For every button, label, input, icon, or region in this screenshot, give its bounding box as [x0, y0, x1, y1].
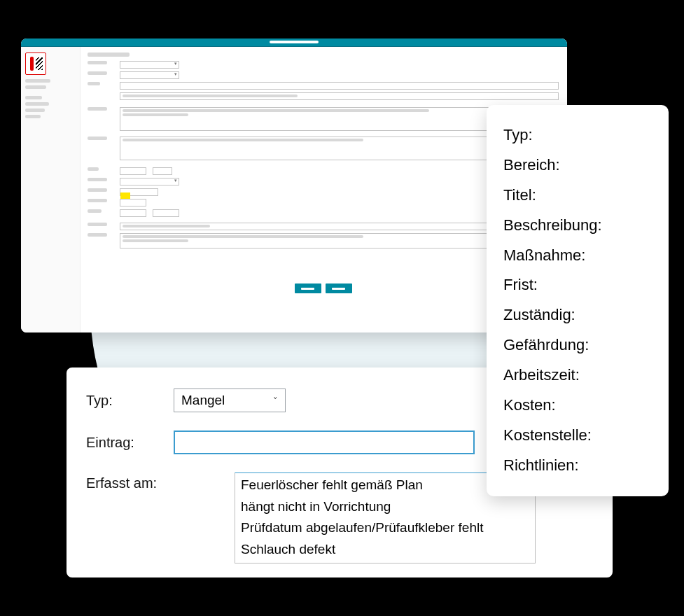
sidebar-item[interactable] — [25, 79, 50, 83]
label-item: Frist: — [503, 270, 652, 300]
yellow-status-icon — [120, 192, 130, 199]
label-item: Gefährdung: — [503, 330, 652, 360]
sidebar — [21, 47, 81, 332]
form-card-top — [21, 38, 567, 332]
eintrag-label: Eintrag: — [86, 435, 160, 451]
sidebar-item[interactable] — [25, 96, 42, 99]
erfasst-label: Erfasst am: — [86, 475, 160, 491]
small-input[interactable] — [120, 167, 146, 175]
sidebar-item[interactable] — [25, 115, 41, 118]
small-input[interactable] — [153, 167, 172, 175]
typ-label: Typ: — [86, 393, 160, 409]
chevron-down-icon: ˅ — [273, 396, 278, 406]
labels-card: Typ: Bereich: Titel: Beschreibung: Maßna… — [487, 105, 669, 496]
select-field[interactable] — [120, 61, 179, 69]
select-field[interactable] — [120, 178, 179, 186]
label-item: Bereich: — [503, 150, 652, 181]
select-field[interactable] — [120, 71, 179, 79]
label-item: Maßnahme: — [503, 241, 652, 271]
dropdown-option[interactable]: hängt nicht in Vorrichtung — [239, 496, 531, 518]
window-titlebar — [21, 38, 567, 47]
label-item: Zuständig: — [503, 300, 652, 330]
save-button[interactable] — [295, 284, 321, 293]
label-item: Kosten: — [503, 391, 652, 421]
label-item: Titel: — [503, 181, 652, 211]
label-item: Arbeitszeit: — [503, 360, 652, 391]
typ-select-value: Mangel — [181, 393, 225, 408]
small-input[interactable] — [153, 209, 179, 217]
label-item: Richtlinien: — [503, 451, 652, 481]
dropdown-option[interactable]: Prüfdatum abgelaufen/Prüfaufkleber fehlt — [239, 517, 531, 539]
form-body — [21, 47, 567, 332]
cancel-button[interactable] — [326, 284, 352, 293]
sidebar-item[interactable] — [25, 85, 46, 89]
label-item: Beschreibung: — [503, 211, 652, 241]
eintrag-input[interactable] — [174, 430, 475, 454]
small-input[interactable] — [120, 209, 146, 217]
typ-select[interactable]: Mangel ˅ — [174, 388, 286, 412]
dropdown-option[interactable]: Schlauch defekt — [239, 539, 531, 561]
form-title-placeholder — [88, 52, 130, 57]
status-field[interactable] — [120, 188, 158, 196]
sidebar-item[interactable] — [25, 102, 49, 106]
fire-extinguisher-icon — [25, 52, 46, 75]
label-item: Kostenstelle: — [503, 421, 652, 451]
label-item: Typ: — [503, 120, 652, 150]
text-input[interactable] — [120, 82, 559, 90]
small-input[interactable] — [120, 199, 146, 206]
sidebar-item[interactable] — [25, 108, 45, 112]
text-input[interactable] — [120, 92, 559, 100]
